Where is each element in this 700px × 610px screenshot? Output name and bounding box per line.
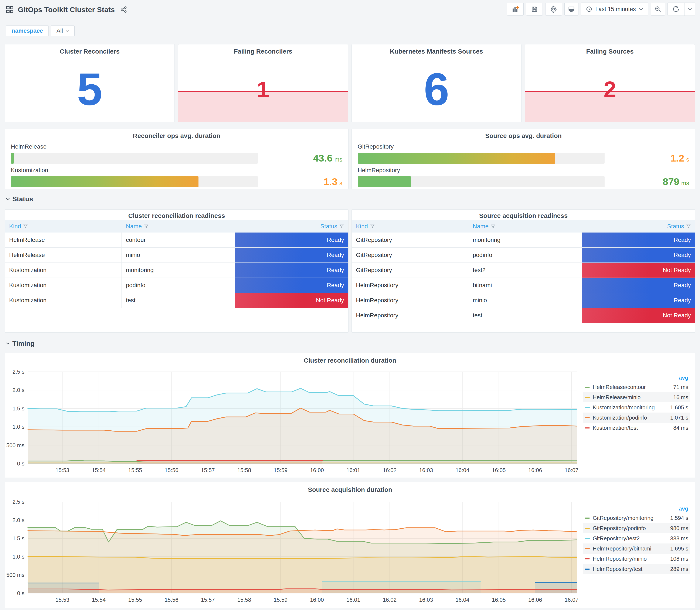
- svg-text:15:57: 15:57: [201, 597, 215, 603]
- section-status[interactable]: Status: [6, 195, 33, 203]
- variable-label-namespace[interactable]: namespace: [6, 26, 49, 36]
- legend-row: HelmRepository/bitnami1.695 s: [583, 544, 690, 554]
- legend-series-name[interactable]: HelmRelease/contour: [593, 384, 646, 390]
- gauge-panel: Source ops avg. durationGitRepository1.2…: [352, 129, 695, 189]
- svg-text:15:58: 15:58: [238, 467, 251, 473]
- legend-series-name[interactable]: HelmRelease/minio: [593, 394, 640, 401]
- gauge-row: 879ms: [358, 176, 689, 188]
- table-column-header-kind[interactable]: Kind: [352, 220, 468, 232]
- svg-text:16:06: 16:06: [528, 467, 542, 473]
- stat-panel-title[interactable]: Kubernetes Manifests Sources: [352, 48, 521, 55]
- table-cell-name: minio: [468, 293, 582, 308]
- legend-row: HelmRelease/contour71 ms: [583, 382, 690, 392]
- share-icon[interactable]: [120, 6, 127, 13]
- chevron-down-icon: [65, 30, 69, 32]
- status-badge: Ready: [235, 278, 348, 293]
- table-panel-title[interactable]: Cluster reconciliation readiness: [5, 212, 348, 219]
- gauge-row-label: HelmRelease: [11, 143, 342, 150]
- legend-series-name[interactable]: HelmRepository/test: [593, 566, 642, 572]
- refresh-interval-button[interactable]: [684, 3, 695, 16]
- table-cell-name: test: [121, 293, 235, 308]
- chart-legend: avgHelmRelease/contour71 msHelmRelease/m…: [583, 373, 690, 433]
- status-badge: Ready: [582, 278, 695, 293]
- legend-series-name[interactable]: Kustomization/podinfo: [593, 415, 647, 421]
- table-row: HelmRepositorybitnamiReady: [352, 278, 695, 293]
- legend-series-name[interactable]: GitRepository/podinfo: [593, 525, 646, 532]
- time-range-label: Last 15 minutes: [595, 6, 636, 13]
- svg-text:15:55: 15:55: [128, 597, 142, 603]
- svg-text:15:53: 15:53: [55, 467, 69, 473]
- gauge-panel-title[interactable]: Source ops avg. duration: [352, 132, 695, 140]
- table-column-header-name[interactable]: Name: [468, 220, 582, 232]
- gauge-panel-title[interactable]: Reconciler ops avg. duration: [5, 132, 348, 140]
- dashboard-title: GitOps Toolkit Cluster Stats: [18, 5, 115, 14]
- gauge-value: 1.3s: [324, 176, 342, 188]
- table-column-header-name[interactable]: Name: [121, 220, 235, 232]
- section-timing[interactable]: Timing: [6, 340, 34, 348]
- legend-series-swatch: [585, 548, 590, 549]
- refresh-button-group: [667, 2, 695, 16]
- refresh-interval-chevron-icon: [688, 8, 692, 11]
- svg-text:16:01: 16:01: [346, 597, 360, 603]
- legend-series-name[interactable]: Kustomization/test: [593, 425, 638, 431]
- gauge-value-number: 43.6: [313, 152, 332, 164]
- table-cell-status: Not Ready: [582, 308, 695, 323]
- save-dashboard-button[interactable]: [526, 3, 543, 16]
- table-cell-name: monitoring: [468, 232, 582, 247]
- table-cell-kind: GitRepository: [352, 263, 468, 277]
- svg-text:15:54: 15:54: [92, 467, 105, 473]
- stat-value: 2: [525, 78, 695, 100]
- legend-series-name[interactable]: HelmRepository/bitnami: [593, 545, 651, 552]
- stat-panel-title[interactable]: Failing Reconcilers: [178, 48, 348, 55]
- legend-series-name[interactable]: GitRepository/monitoring: [593, 515, 653, 521]
- stat-panel-title[interactable]: Cluster Reconcilers: [5, 48, 175, 55]
- table-column-header-status[interactable]: Status: [235, 220, 348, 232]
- filter-funnel-icon: [686, 224, 691, 229]
- gauge-row-label: Kustomization: [11, 167, 342, 174]
- table-row: KustomizationpodinfoReady: [5, 278, 348, 293]
- table-panel: Cluster reconciliation readinessKindName…: [5, 209, 348, 333]
- legend-series-name[interactable]: HelmRepository/minio: [593, 556, 647, 562]
- legend-series-swatch: [585, 397, 590, 398]
- gauge-row: 1.3s: [11, 176, 342, 188]
- svg-text:15:58: 15:58: [238, 597, 251, 603]
- table-panel-title[interactable]: Source acquisition readiness: [352, 212, 695, 219]
- legend-series-avg: 84 ms: [673, 425, 688, 431]
- zoom-out-icon: [654, 6, 661, 13]
- gauge-body: HelmRelease43.6msKustomization1.3s: [11, 140, 342, 188]
- legend-row: HelmRepository/test289 ms: [583, 564, 690, 574]
- table-column-header-status[interactable]: Status: [582, 220, 695, 232]
- legend-series-name[interactable]: Kustomization/monitoring: [593, 404, 655, 411]
- table-column-header-kind[interactable]: Kind: [5, 220, 121, 232]
- variables-row: namespace All: [6, 26, 75, 36]
- legend-avg-header[interactable]: avg: [583, 373, 690, 382]
- add-panel-button[interactable]: [507, 3, 524, 16]
- table-row: HelmReleaseminioReady: [5, 247, 348, 263]
- stat-value: 5: [5, 66, 175, 112]
- variable-value-dropdown[interactable]: All: [51, 26, 75, 36]
- gauge-value-unit: ms: [335, 156, 342, 163]
- table-cell-kind: GitRepository: [352, 232, 468, 247]
- legend-series-avg: 980 ms: [670, 525, 688, 532]
- gauge-bar-fill: [358, 152, 555, 164]
- add-panel-icon: [512, 5, 519, 13]
- legend-series-swatch: [585, 517, 590, 519]
- section-status-label: Status: [12, 195, 33, 203]
- table-row: GitRepositorymonitoringReady: [352, 232, 695, 247]
- svg-text:16:00: 16:00: [310, 467, 324, 473]
- legend-series-name[interactable]: GitRepository/test2: [593, 535, 640, 542]
- dashboard-settings-button[interactable]: [545, 3, 562, 16]
- status-badge: Not Ready: [582, 308, 695, 323]
- stat-panel-title[interactable]: Failing Sources: [525, 48, 695, 55]
- legend-avg-header[interactable]: avg: [583, 504, 690, 513]
- time-range-picker[interactable]: Last 15 minutes: [581, 2, 648, 16]
- legend-series-swatch: [585, 428, 590, 429]
- table-cell-status: Not Ready: [582, 263, 695, 277]
- zoom-out-button[interactable]: [651, 3, 665, 16]
- filter-funnel-icon: [339, 224, 344, 229]
- cycle-view-button[interactable]: [565, 3, 579, 16]
- svg-text:1.5 s: 1.5 s: [13, 535, 25, 542]
- filter-funnel-icon: [370, 224, 375, 229]
- svg-text:16:02: 16:02: [383, 467, 396, 473]
- refresh-button[interactable]: [668, 3, 684, 16]
